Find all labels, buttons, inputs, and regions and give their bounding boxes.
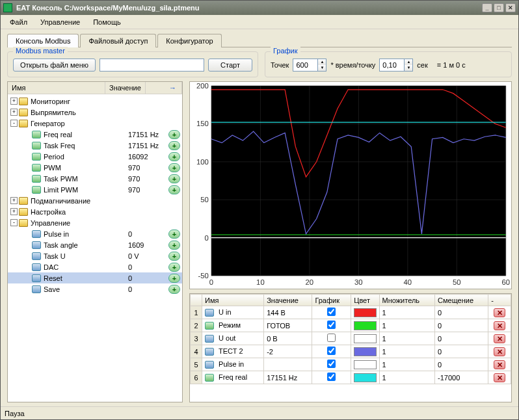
menu-help[interactable]: Помощь (86, 16, 127, 28)
tree-param[interactable]: PWM970+ (8, 162, 182, 173)
tree-header-value[interactable]: Значение (105, 82, 146, 94)
multiplier-cell[interactable]: 1 (379, 371, 435, 384)
close-button[interactable]: ✕ (505, 3, 516, 12)
plot-checkbox-cell[interactable] (312, 371, 351, 384)
plot-checkbox-cell[interactable] (312, 319, 351, 332)
tree-param[interactable]: Limit PWM970+ (8, 184, 182, 195)
grid-header[interactable]: - (488, 295, 511, 306)
grid-header[interactable]: Множитель (379, 295, 435, 306)
color-cell[interactable] (351, 319, 379, 332)
points-spinner[interactable]: ▲▼ (293, 59, 326, 72)
add-to-chart-button[interactable]: + (168, 174, 180, 183)
offset-cell[interactable]: 0 (435, 319, 488, 332)
multiplier-cell[interactable]: 1 (379, 345, 435, 358)
tree-param[interactable]: DAC0+ (8, 261, 182, 272)
plot-checkbox-cell[interactable] (312, 358, 351, 371)
expand-icon[interactable]: - (10, 120, 18, 127)
series-name[interactable]: U in (202, 306, 264, 319)
tree-folder[interactable]: +Настройка (8, 206, 182, 217)
expand-icon[interactable]: - (10, 219, 18, 226)
color-cell[interactable] (351, 306, 379, 319)
file-path-input[interactable] (100, 59, 204, 72)
tree-expand-arrow-icon[interactable]: → (164, 82, 182, 94)
delete-row-button[interactable]: ✕ (494, 321, 505, 330)
tree-param[interactable]: Pulse in0+ (8, 228, 182, 239)
color-cell[interactable] (351, 332, 379, 345)
plot-checkbox-cell[interactable] (312, 306, 351, 319)
grid-row[interactable]: 3 U out0 В10✕ (191, 332, 511, 345)
menu-control[interactable]: Управление (34, 16, 86, 28)
tree-param[interactable]: Task U0 V+ (8, 250, 182, 261)
series-name[interactable]: ТЕСТ 2 (202, 345, 264, 358)
plot-checkbox-cell[interactable] (312, 345, 351, 358)
chart-area[interactable]: -500501001502000102030405060 (189, 81, 512, 289)
delete-row-button[interactable]: ✕ (494, 373, 505, 382)
plot-checkbox[interactable] (327, 334, 336, 342)
tree-param[interactable]: Task angle1609+ (8, 239, 182, 250)
color-cell[interactable] (351, 371, 379, 384)
maximize-button[interactable]: □ (494, 3, 504, 12)
series-name[interactable]: U out (202, 332, 264, 345)
grid-row[interactable]: 5 Pulse in10✕ (191, 358, 511, 371)
add-to-chart-button[interactable]: + (168, 241, 180, 250)
grid-header[interactable]: Цвет (351, 295, 379, 306)
add-to-chart-button[interactable]: + (168, 185, 180, 194)
tree-body[interactable]: +Мониторинг+Выпрямитель-ГенераторFreq re… (8, 94, 182, 402)
menu-file[interactable]: Файл (3, 16, 34, 28)
delete-row-button[interactable]: ✕ (494, 347, 505, 356)
color-cell[interactable] (351, 345, 379, 358)
add-to-chart-button[interactable]: + (168, 152, 180, 161)
points-input[interactable] (293, 59, 317, 72)
multiplier-cell[interactable]: 1 (379, 319, 435, 332)
tree-param[interactable]: Task PWM970+ (8, 173, 182, 184)
tab-file-access[interactable]: Файловый доступ (80, 34, 156, 47)
spin-up-icon[interactable]: ▲ (405, 59, 412, 65)
tree-param[interactable]: Reset0+ (8, 272, 182, 283)
plot-checkbox-cell[interactable] (312, 332, 351, 345)
add-to-chart-button[interactable]: + (168, 263, 180, 272)
plot-checkbox[interactable] (327, 321, 336, 329)
add-to-chart-button[interactable]: + (168, 230, 180, 239)
grid-header[interactable]: Смещение (435, 295, 488, 306)
delete-row-button[interactable]: ✕ (494, 308, 505, 317)
grid-header[interactable]: Значение (264, 295, 312, 306)
delete-row-button[interactable]: ✕ (494, 334, 505, 343)
tree-param[interactable]: Freq real17151 Hz+ (8, 129, 182, 140)
grid-row[interactable]: 6 Freq real17151 Hz1-17000✕ (191, 371, 511, 384)
plot-checkbox[interactable] (327, 360, 336, 368)
spin-down-icon[interactable]: ▼ (318, 65, 326, 71)
time-spinner[interactable]: ▲▼ (379, 59, 413, 72)
grid-row[interactable]: 1 U in144 В10✕ (191, 306, 511, 319)
offset-cell[interactable]: 0 (435, 332, 488, 345)
offset-cell[interactable]: -17000 (435, 371, 488, 384)
tree-param[interactable]: Task Freq17151 Hz+ (8, 140, 182, 151)
plot-checkbox[interactable] (327, 347, 336, 355)
multiplier-cell[interactable]: 1 (379, 306, 435, 319)
tree-param[interactable]: Period16092+ (8, 151, 182, 162)
grid-row[interactable]: 4 ТЕСТ 2-210✕ (191, 345, 511, 358)
add-to-chart-button[interactable]: + (168, 285, 180, 294)
offset-cell[interactable]: 0 (435, 345, 488, 358)
tree-folder[interactable]: -Управление (8, 217, 182, 228)
multiplier-cell[interactable]: 1 (379, 358, 435, 371)
expand-icon[interactable]: + (10, 208, 18, 215)
series-name[interactable]: Pulse in (202, 358, 264, 371)
delete-row-button[interactable]: ✕ (494, 360, 505, 369)
tree-param[interactable]: Save0+ (8, 283, 182, 295)
grid-header[interactable]: График (312, 295, 351, 306)
grid-header[interactable] (191, 295, 202, 306)
add-to-chart-button[interactable]: + (168, 274, 180, 283)
tree-folder[interactable]: +Мониторинг (8, 96, 182, 107)
expand-icon[interactable]: + (10, 197, 18, 204)
start-button[interactable]: Старт (208, 59, 252, 72)
color-cell[interactable] (351, 358, 379, 371)
tree-folder[interactable]: +Подмагничивание (8, 195, 182, 206)
tab-console[interactable]: Консоль Modbus (7, 34, 79, 47)
add-to-chart-button[interactable]: + (168, 163, 180, 172)
series-name[interactable]: Режим (202, 319, 264, 332)
tab-config[interactable]: Конфигуратор (157, 34, 221, 47)
grid-row[interactable]: 2 РежимГОТОВ10✕ (191, 319, 511, 332)
minimize-button[interactable]: _ (482, 3, 492, 12)
add-to-chart-button[interactable]: + (168, 141, 180, 150)
expand-icon[interactable]: + (10, 98, 18, 105)
